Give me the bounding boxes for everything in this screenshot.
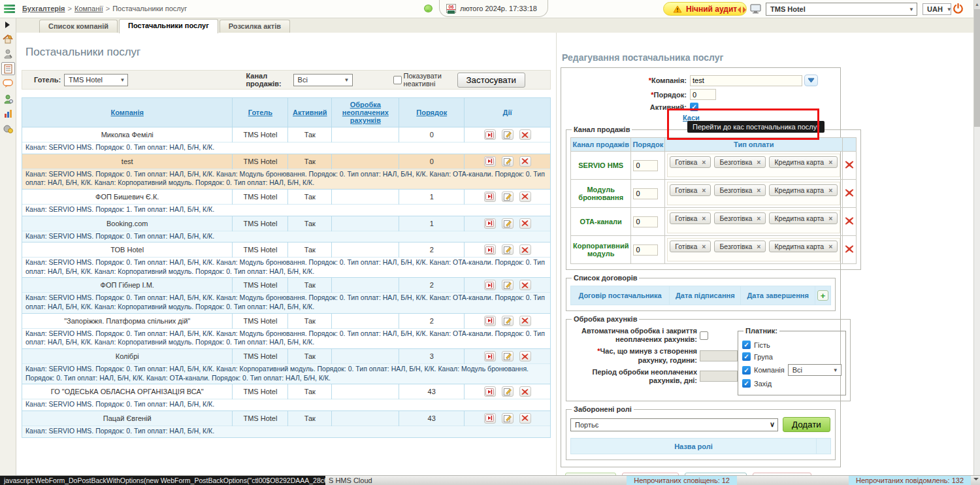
company-row[interactable]: test TMS Hotel Так 0 <box>22 154 551 169</box>
tab-service-providers[interactable]: Постачальники послуг <box>119 19 218 33</box>
goto-cash-registers-button[interactable] <box>484 244 496 255</box>
delete-button[interactable] <box>519 280 531 290</box>
guest-search-icon[interactable] <box>1 47 15 60</box>
reports-chart-icon[interactable] <box>1 107 15 120</box>
notifications-badge[interactable]: Непрочитаних сповіщень: 12 <box>627 476 737 485</box>
finance-icon[interactable] <box>1 122 15 135</box>
goto-cash-registers-button[interactable] <box>484 351 496 361</box>
night-audit-button[interactable]: Нічний аудит <box>663 2 747 16</box>
hotel-select[interactable]: TMS Hotel▼ <box>766 3 917 16</box>
active-checkbox[interactable]: ✓ <box>690 103 698 111</box>
payment-tag[interactable]: Готівка× <box>670 241 711 252</box>
goto-cash-registers-button[interactable] <box>484 192 496 202</box>
chat-balloon-icon[interactable] <box>424 5 433 12</box>
payment-tag[interactable]: Готівка× <box>670 212 711 224</box>
add-contract-button[interactable]: + <box>817 290 828 301</box>
payment-tag[interactable]: Кредитна карта× <box>769 184 838 196</box>
add-role-button[interactable]: Додати <box>783 417 830 432</box>
remove-channel-button[interactable] <box>845 247 854 255</box>
delete-button[interactable] <box>519 413 531 424</box>
edit-button[interactable] <box>502 218 514 229</box>
edit-button[interactable] <box>502 156 514 167</box>
payment-tag[interactable]: Безготівка× <box>714 212 766 224</box>
edit-button[interactable] <box>502 280 514 290</box>
tab-company-list[interactable]: Список компаній <box>39 20 118 33</box>
company-row[interactable]: Booking.com TMS Hotel Так 1 <box>22 216 551 231</box>
remove-payment-icon[interactable]: × <box>702 158 706 166</box>
edit-button[interactable] <box>502 413 514 424</box>
company-row[interactable]: "Запоріжжя. Платформа спільних дій" TMS … <box>22 313 551 328</box>
goto-cash-registers-button[interactable] <box>484 156 496 167</box>
remove-channel-button[interactable] <box>845 163 854 171</box>
menu-icon[interactable] <box>4 5 15 14</box>
currency-select[interactable]: UAH▼ <box>923 3 951 15</box>
goto-cash-registers-button[interactable] <box>484 129 496 140</box>
payer-company-select[interactable]: Всі▼ <box>788 364 841 376</box>
goto-cash-registers-button[interactable] <box>484 413 496 424</box>
hotel-filter-select[interactable]: TMS Hotel▼ <box>64 74 128 86</box>
payment-tag[interactable]: Кредитна карта× <box>769 156 838 168</box>
edit-button[interactable] <box>502 192 514 202</box>
delete-button[interactable] <box>519 156 531 167</box>
tab-acts-mailing[interactable]: Розсилка актів <box>220 20 290 33</box>
remove-channel-button[interactable] <box>845 191 854 199</box>
delete-button[interactable] <box>519 218 531 229</box>
pager-arrows-icon[interactable] <box>738 7 746 13</box>
statusbar-dropdown-icon[interactable] <box>973 478 979 483</box>
breadcrumb-accounting[interactable]: Бухгалтерія <box>22 5 65 12</box>
delete-button[interactable] <box>519 316 531 326</box>
order-input[interactable] <box>690 89 716 100</box>
calendar-icon[interactable]: 06 <box>446 4 456 13</box>
edit-button[interactable] <box>502 129 514 140</box>
company-row[interactable]: ТОВ Hotel TMS Hotel Так 2 <box>22 242 551 258</box>
remove-payment-icon[interactable]: × <box>757 214 760 222</box>
remove-payment-icon[interactable]: × <box>702 242 706 250</box>
payment-tag[interactable]: Кредитна карта× <box>769 241 838 252</box>
remove-payment-icon[interactable]: × <box>828 158 832 166</box>
remove-payment-icon[interactable]: × <box>757 186 760 194</box>
logout-power-icon[interactable] <box>953 3 964 14</box>
company-row[interactable]: ГО "ОДЕСЬКА ОБЛАСНА ОРГАНІЗАЦІЯ ВСА" TMS… <box>22 384 551 399</box>
company-row[interactable]: Колібрі TMS Hotel Так 3 <box>22 349 551 364</box>
edit-button[interactable] <box>502 316 514 326</box>
payment-tag[interactable]: Кредитна карта× <box>769 212 838 224</box>
channel-filter-select[interactable]: Всі▼ <box>293 74 353 86</box>
scrollbar-thumb[interactable] <box>974 9 980 127</box>
breadcrumb-companies[interactable]: Компанії <box>74 5 103 12</box>
role-select[interactable]: Портьє∨ <box>570 418 778 431</box>
edit-button[interactable] <box>502 244 514 255</box>
edit-button[interactable] <box>502 351 514 361</box>
remove-payment-icon[interactable]: × <box>702 186 706 194</box>
goto-cash-registers-button[interactable] <box>484 316 496 326</box>
payment-tag[interactable]: Безготівка× <box>714 156 766 168</box>
payment-tag[interactable]: Безготівка× <box>714 241 766 252</box>
column-header-processing[interactable]: Обробка неоплачених рахунків <box>342 101 389 124</box>
messages-icon[interactable] <box>1 77 15 90</box>
channel-order-input[interactable] <box>633 216 658 227</box>
documents-icon[interactable] <box>1 62 15 75</box>
payment-tag[interactable]: Безготівка× <box>714 184 766 196</box>
scroll-up-icon[interactable]: ▲ <box>974 0 980 9</box>
goto-cash-registers-button[interactable] <box>484 280 496 290</box>
payer-company-checkbox[interactable]: ✓ <box>742 366 751 375</box>
remove-payment-icon[interactable]: × <box>828 242 832 250</box>
channel-order-input[interactable] <box>633 188 658 199</box>
auto-processing-checkbox[interactable] <box>700 331 708 340</box>
remove-payment-icon[interactable]: × <box>702 214 706 222</box>
payment-tag[interactable]: Готівка× <box>670 184 711 196</box>
company-row[interactable]: Пацай Євгеній TMS Hotel Так 43 <box>22 410 551 426</box>
goto-cash-registers-button[interactable] <box>484 386 496 397</box>
goto-cash-registers-button[interactable] <box>484 218 496 229</box>
company-input[interactable] <box>690 75 802 86</box>
payer-group-checkbox[interactable]: ✓ <box>742 352 751 361</box>
column-header-order[interactable]: Порядок <box>416 109 447 116</box>
payer-event-checkbox[interactable]: ✓ <box>742 379 751 388</box>
delete-button[interactable] <box>519 192 531 202</box>
company-row[interactable]: ФОП Бишевич Є.К. TMS Hotel Так 1 <box>22 189 551 204</box>
company-row[interactable]: ФОП Гібнер І.М. TMS Hotel Так 2 <box>22 278 551 293</box>
remove-payment-icon[interactable]: × <box>828 214 832 222</box>
payment-tag[interactable]: Готівка× <box>670 156 711 168</box>
payer-guest-checkbox[interactable]: ✓ <box>742 341 751 349</box>
remove-channel-button[interactable] <box>845 219 854 227</box>
column-header-company[interactable]: Компанія <box>111 109 144 116</box>
